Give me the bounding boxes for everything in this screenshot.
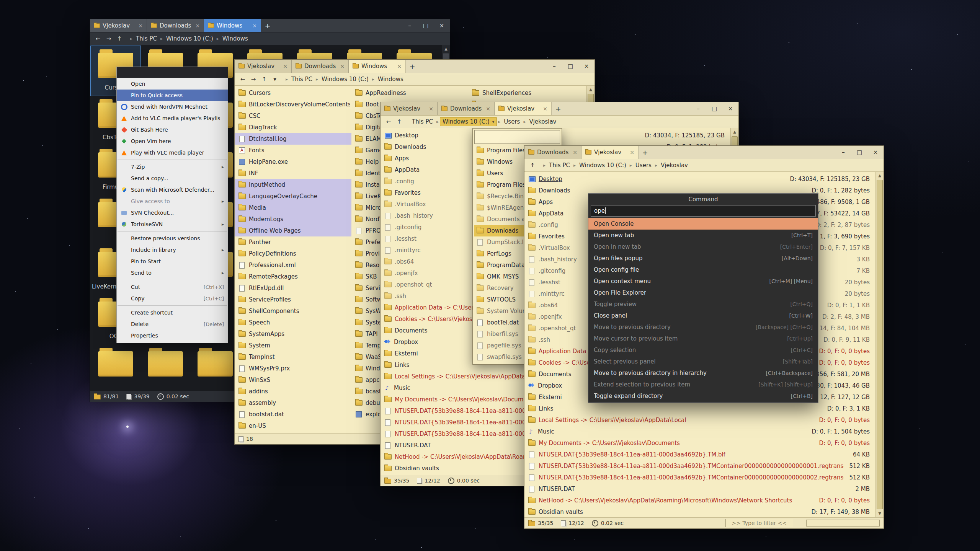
scroll-down-icon[interactable]: ▼ [876, 510, 884, 517]
file-row[interactable]: My Documents -> C:\Users\Vjekoslav\Docum… [524, 437, 876, 449]
file-row[interactable]: Desktop D: 43034, F: 125185, 23 GB [524, 173, 876, 185]
tab-close-icon[interactable]: × [138, 23, 143, 29]
file-row[interactable]: NetHood -> C:\Users\Vjekoslav\AppData\Ro… [524, 495, 876, 506]
tab[interactable]: Downloads × [292, 60, 349, 73]
close-button[interactable]: × [867, 146, 884, 159]
palette-item[interactable]: Copy selection [Ctrl+C] [588, 344, 818, 356]
palette-item[interactable]: Select previous panel [Shift+Tab] [588, 356, 818, 367]
breadcrumb-item[interactable]: ▸ This PC [130, 34, 159, 43]
tab[interactable]: Downloads × [438, 102, 495, 115]
context-menu-item[interactable]: 7-Zip ▸ [117, 161, 228, 173]
minimize-button[interactable]: – [402, 19, 418, 32]
minimize-button[interactable]: – [546, 60, 562, 73]
scrollbar[interactable]: ▲ ▼ [875, 172, 884, 517]
tab-close-icon[interactable]: × [195, 23, 200, 29]
new-tab-button[interactable]: + [261, 19, 274, 32]
file-row[interactable]: SystemApps [235, 328, 351, 340]
breadcrumb-this-pc[interactable]: This PC [410, 117, 435, 126]
file-row[interactable]: DtcInstall.log [235, 133, 351, 145]
palette-item[interactable]: Toggle expand directory [Ctrl+B] [588, 390, 818, 402]
context-menu-item[interactable]: Properties ▸ [117, 330, 228, 341]
palette-item[interactable]: Move to previous directory in hierarchy … [588, 367, 818, 379]
context-menu-item[interactable]: Restore previous versions ▸ [117, 233, 228, 244]
context-menu-item[interactable]: Play with VLC media player ▸ [117, 147, 228, 158]
tab-close-icon[interactable]: × [486, 106, 490, 112]
tab[interactable]: Downloads × [147, 19, 204, 32]
file-row[interactable]: ServiceProfiles [235, 294, 351, 305]
nav-button[interactable]: ↑ [528, 161, 537, 170]
file-row[interactable]: WinSxS [235, 374, 351, 386]
file-row[interactable]: TempInst [235, 351, 351, 363]
dropdown-filter-input[interactable] [474, 130, 560, 144]
file-row[interactable]: Speech [235, 317, 351, 328]
nav-button[interactable]: ← [238, 75, 248, 84]
file-row[interactable]: InputMethod [235, 179, 351, 191]
context-menu-item[interactable]: SVN Checkout... ▸ [117, 207, 228, 218]
file-row[interactable]: bootstat.dat [235, 409, 351, 420]
file-row[interactable]: Media [235, 202, 351, 214]
file-row[interactable]: Professional.xml [235, 259, 351, 271]
file-icon-cell[interactable] [140, 344, 190, 391]
palette-item[interactable]: Open new tab [Ctrl+T] [588, 230, 818, 241]
scroll-up-icon[interactable]: ▲ [731, 128, 738, 136]
tab[interactable]: Windows × [349, 60, 406, 73]
close-button[interactable]: × [722, 102, 738, 115]
nav-button[interactable]: → [248, 75, 258, 84]
file-row[interactable]: Offline Web Pages [235, 225, 351, 236]
breadcrumb-item[interactable]: ▸ Windows [216, 34, 250, 43]
palette-input[interactable]: ope [591, 205, 816, 217]
palette-item[interactable]: Move cursor to previous item [Ctrl+Up] [588, 333, 818, 344]
file-row[interactable]: ShellExperiences [468, 87, 585, 99]
file-row[interactable]: CSC [235, 110, 351, 122]
palette-item[interactable]: Open Console [588, 218, 818, 230]
breadcrumb-item[interactable]: ▸ Windows [372, 75, 406, 83]
breadcrumb-item[interactable]: ▸ Windows 10 (C:) [573, 161, 629, 170]
file-row[interactable]: HelpPane.exe [235, 156, 351, 168]
file-row[interactable]: RemotePackages [235, 271, 351, 282]
breadcrumb-item[interactable]: ▸ Vjekoslav [655, 161, 690, 170]
file-row[interactable]: NTUSER.DAT{53b39e88-18c4-11ea-a811-000d3… [524, 449, 876, 460]
new-tab-button[interactable]: + [552, 102, 565, 115]
file-row[interactable]: addins [235, 386, 351, 397]
context-menu-item[interactable]: Delete [Delete] ▸ [117, 318, 228, 330]
file-row[interactable]: en-US [235, 420, 351, 432]
nav-button[interactable]: ↑ [114, 34, 124, 43]
maximize-button[interactable]: □ [562, 60, 578, 73]
tab-close-icon[interactable]: × [630, 149, 634, 155]
palette-item[interactable]: Open context menu [Ctrl+M] [Menu] [588, 276, 818, 287]
maximize-button[interactable]: □ [706, 102, 722, 115]
context-menu-item[interactable]: Open Vim here ▸ [117, 135, 228, 147]
palette-item[interactable]: Open files popup [Alt+Down] [588, 253, 818, 264]
palette-item[interactable]: Close panel [Ctrl+W] [588, 310, 818, 321]
tab[interactable]: Vjekoslav × [495, 102, 552, 115]
breadcrumb-drive-selected[interactable]: Windows 10 (C:) ▾ [440, 117, 497, 126]
scrollbar-thumb[interactable] [877, 180, 883, 509]
context-menu-item[interactable]: Send a copy... ▸ [117, 173, 228, 184]
tab[interactable]: Vjekoslav × [90, 19, 147, 32]
palette-item[interactable]: Open in new tab [Ctrl+Enter] [588, 241, 818, 253]
breadcrumb-users[interactable]: Users [501, 117, 522, 126]
tab-close-icon[interactable]: × [340, 63, 345, 69]
close-button[interactable]: × [578, 60, 595, 73]
file-row[interactable]: NTUSER.DAT{53b39e88-18c4-11ea-a811-000d3… [524, 472, 876, 483]
palette-item[interactable]: Move to previous directory [Backspace] [… [588, 321, 818, 333]
file-row[interactable]: Local Settings -> C:\Users\Vjekoslav\App… [524, 414, 876, 426]
file-row[interactable]: NTUSER.DAT 2 MB [524, 483, 876, 495]
file-row[interactable]: AppReadiness [351, 87, 468, 99]
context-menu-item[interactable]: TortoiseSVN ▸ [117, 218, 228, 230]
palette-item[interactable]: Extend selection to previous item [Shift… [588, 379, 818, 390]
tab[interactable]: Downloads × [524, 146, 581, 159]
file-row[interactable]: Links D: 0, F: 3, 1 KB [524, 403, 876, 414]
scroll-up-icon[interactable]: ▲ [442, 45, 450, 53]
context-menu-item[interactable]: Open ▸ [117, 78, 228, 90]
breadcrumb-item[interactable]: ▸ Users [629, 161, 654, 170]
context-menu-item[interactable]: Pin to Start ▸ [117, 256, 228, 267]
new-tab-button[interactable]: + [639, 146, 652, 159]
file-row[interactable]: LanguageOverlayCache [235, 191, 351, 202]
context-menu-item[interactable]: Give access to ▸ [117, 196, 228, 207]
file-icon-cell[interactable] [190, 344, 240, 391]
file-row[interactable]: System [235, 340, 351, 351]
file-row[interactable]: assembly [235, 397, 351, 409]
file-row[interactable]: ShellComponents [235, 305, 351, 317]
file-row[interactable]: BitLockerDiscoveryVolumeContents [235, 99, 351, 110]
